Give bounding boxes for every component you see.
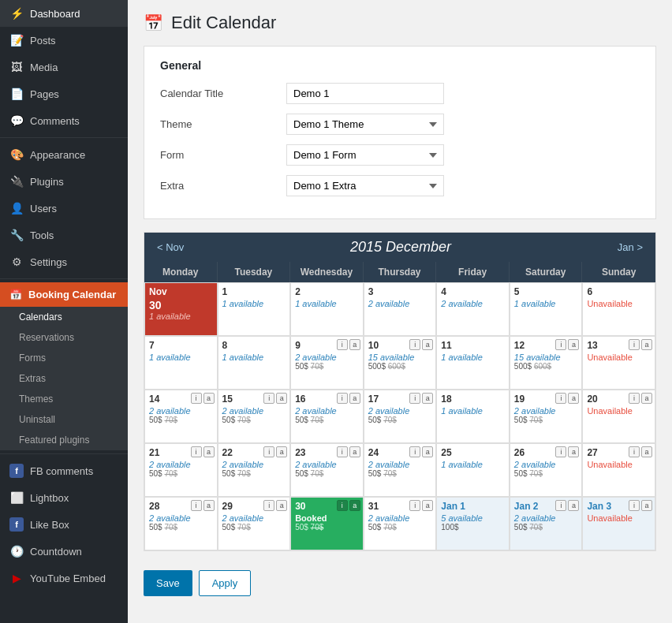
sidebar-item-settings[interactable]: ⚙ Settings xyxy=(0,248,128,275)
info-badge[interactable]: i xyxy=(191,500,202,511)
calendar-cell[interactable]: 10ia15 available500$ 600$ xyxy=(364,336,437,390)
info-badge[interactable]: i xyxy=(409,446,420,457)
calendar-cell[interactable]: 15ia2 available50$ 70$ xyxy=(218,390,291,443)
info-badge[interactable]: i xyxy=(263,500,274,511)
calendar-cell[interactable]: 19ia2 available50$ 70$ xyxy=(510,390,583,443)
calendar-cell[interactable]: 27iaUnavailable xyxy=(582,443,655,497)
calendar-cell[interactable]: 32 available xyxy=(364,282,437,336)
calendar-title-input[interactable] xyxy=(286,83,444,104)
action-badge[interactable]: a xyxy=(276,500,287,511)
calendar-cell[interactable]: 17ia2 available50$ 70$ xyxy=(364,390,437,443)
next-month-btn[interactable]: Jan > xyxy=(618,241,643,253)
info-badge[interactable]: i xyxy=(337,339,348,350)
info-badge[interactable]: i xyxy=(337,446,348,457)
info-badge[interactable]: i xyxy=(409,393,420,404)
calendar-cell[interactable]: 24ia2 available50$ 70$ xyxy=(364,443,437,497)
action-badge[interactable]: a xyxy=(568,446,579,457)
extra-select[interactable]: Demo 1 Extra Demo 2 Extra None xyxy=(286,175,444,196)
info-badge[interactable]: i xyxy=(629,446,640,457)
calendar-cell[interactable]: 23ia2 available50$ 70$ xyxy=(290,443,364,497)
calendar-cell[interactable]: 21ia2 available50$ 70$ xyxy=(144,443,218,497)
action-badge[interactable]: a xyxy=(203,393,215,404)
calendar-cell[interactable]: Jan 3iaUnavailable xyxy=(582,497,655,550)
action-badge[interactable]: a xyxy=(276,393,287,404)
sidebar-item-uninstall[interactable]: Uninstall xyxy=(0,409,128,430)
info-badge[interactable]: i xyxy=(629,500,640,511)
sidebar-item-appearance[interactable]: 🎨 Appearance xyxy=(0,141,128,168)
info-badge[interactable]: i xyxy=(629,393,640,404)
sidebar-item-extras[interactable]: Extras xyxy=(0,368,128,389)
save-button[interactable]: Save xyxy=(144,570,192,596)
action-badge[interactable]: a xyxy=(641,339,652,350)
calendar-cell[interactable]: 13iaUnavailable xyxy=(582,336,655,390)
calendar-cell[interactable]: 22ia2 available50$ 70$ xyxy=(218,443,291,497)
info-badge[interactable]: i xyxy=(555,500,566,511)
apply-button[interactable]: Apply xyxy=(199,570,252,596)
theme-select[interactable]: Demo 1 Theme Demo 2 Theme Default xyxy=(286,114,444,135)
calendar-cell[interactable]: 31ia2 available50$ 70$ xyxy=(364,497,437,550)
action-badge[interactable]: a xyxy=(422,339,433,350)
info-badge[interactable]: i xyxy=(409,339,420,350)
sidebar-item-dashboard[interactable]: ⚡ Dashboard xyxy=(0,0,128,27)
action-badge[interactable]: a xyxy=(422,393,433,404)
sidebar-item-plugins[interactable]: 🔌 Plugins xyxy=(0,168,128,195)
sidebar-item-themes[interactable]: Themes xyxy=(0,389,128,409)
sidebar-item-comments[interactable]: 💬 Comments xyxy=(0,107,128,134)
action-badge[interactable]: a xyxy=(568,500,579,511)
calendar-cell[interactable]: 14ia2 available50$ 70$ xyxy=(144,390,218,443)
calendar-cell[interactable]: Jan 15 available100$ xyxy=(436,497,510,550)
calendar-cell[interactable]: 26ia2 available50$ 70$ xyxy=(510,443,583,497)
info-badge[interactable]: i xyxy=(555,393,566,404)
info-badge[interactable]: i xyxy=(409,500,420,511)
info-badge[interactable]: i xyxy=(191,393,202,404)
calendar-cell[interactable]: 42 available xyxy=(436,282,510,336)
action-badge[interactable]: a xyxy=(349,339,360,350)
prev-month-btn[interactable]: < Nov xyxy=(157,241,184,253)
form-select[interactable]: Demo 1 Form Demo 2 Form Default xyxy=(286,144,444,166)
sidebar-item-fb-comments[interactable]: f FB comments xyxy=(0,457,128,484)
calendar-cell[interactable]: 29ia2 available50$ 70$ xyxy=(218,497,291,550)
info-badge[interactable]: i xyxy=(263,446,274,457)
sidebar-item-forms[interactable]: Forms xyxy=(0,348,128,368)
booking-calendar-header[interactable]: 📅 Booking Calendar xyxy=(0,282,128,307)
action-badge[interactable]: a xyxy=(349,446,360,457)
sidebar-item-like-box[interactable]: f Like Box xyxy=(0,511,128,538)
info-badge[interactable]: i xyxy=(337,500,348,511)
sidebar-item-calendars[interactable]: Calendars xyxy=(0,307,128,327)
info-badge[interactable]: i xyxy=(263,393,274,404)
calendar-cell[interactable]: 11 available xyxy=(218,282,291,336)
info-badge[interactable]: i xyxy=(191,446,202,457)
calendar-cell[interactable]: 20iaUnavailable xyxy=(582,390,655,443)
sidebar-item-media[interactable]: 🖼 Media xyxy=(0,54,128,80)
info-badge[interactable]: i xyxy=(555,339,566,350)
calendar-cell[interactable]: 21 available xyxy=(290,282,364,336)
calendar-cell[interactable]: 81 available xyxy=(218,336,291,390)
calendar-cell[interactable]: 28ia2 available50$ 70$ xyxy=(144,497,218,550)
action-badge[interactable]: a xyxy=(349,393,360,404)
action-badge[interactable]: a xyxy=(568,393,579,404)
sidebar-item-users[interactable]: 👤 Users xyxy=(0,195,128,222)
sidebar-item-pages[interactable]: 📄 Pages xyxy=(0,80,128,107)
action-badge[interactable]: a xyxy=(203,446,215,457)
calendar-cell[interactable]: 251 available xyxy=(436,443,510,497)
calendar-cell[interactable]: 9ia2 available50$ 70$ xyxy=(290,336,364,390)
info-badge[interactable]: i xyxy=(337,393,348,404)
calendar-cell[interactable]: Jan 2ia2 available50$ 70$ xyxy=(510,497,583,550)
sidebar-item-countdown[interactable]: 🕐 Countdown xyxy=(0,538,128,565)
sidebar-item-posts[interactable]: 📝 Posts xyxy=(0,27,128,54)
calendar-cell[interactable]: 6Unavailable xyxy=(582,282,655,336)
calendar-cell[interactable]: 181 available xyxy=(436,390,510,443)
calendar-cell[interactable]: 71 available xyxy=(144,336,218,390)
sidebar-item-youtube[interactable]: ▶ YouTube Embed xyxy=(0,565,128,591)
sidebar-item-featured[interactable]: Featured plugins xyxy=(0,430,128,450)
action-badge[interactable]: a xyxy=(568,339,579,350)
info-badge[interactable]: i xyxy=(555,446,566,457)
action-badge[interactable]: a xyxy=(641,393,652,404)
action-badge[interactable]: a xyxy=(203,500,215,511)
sidebar-item-lightbox[interactable]: ⬜ Lightbox xyxy=(0,484,128,511)
calendar-cell[interactable]: 12ia15 available500$ 600$ xyxy=(510,336,583,390)
calendar-cell[interactable]: 30iaBooked50$ 70$ xyxy=(290,497,364,550)
action-badge[interactable]: a xyxy=(641,500,652,511)
calendar-cell[interactable]: 111 available xyxy=(436,336,510,390)
sidebar-item-tools[interactable]: 🔧 Tools xyxy=(0,222,128,248)
